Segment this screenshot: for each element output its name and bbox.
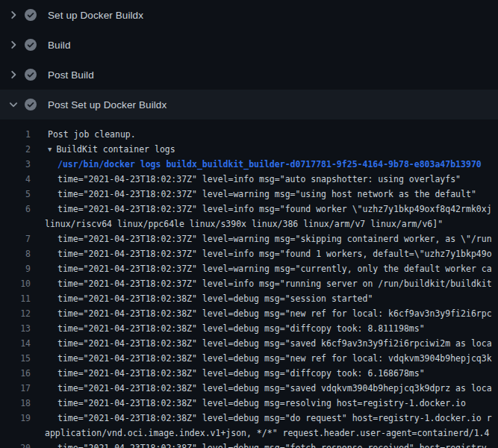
line-number[interactable]: 4	[0, 172, 31, 187]
check-circle-icon	[25, 69, 37, 81]
log-group-header[interactable]: 2▼BuildKit container logs	[0, 142, 498, 157]
line-number[interactable]: 7	[0, 231, 31, 246]
check-circle-icon	[25, 39, 37, 51]
log-row: 4time="2021-04-23T18:02:37Z" level=info …	[0, 172, 498, 187]
step-title: Post Build	[48, 69, 94, 81]
log-row: 3/usr/bin/docker logs buildx_buildkit_bu…	[0, 157, 498, 172]
log-text: time="2021-04-23T18:02:37Z" level=info m…	[57, 204, 492, 214]
line-number[interactable]: 9	[0, 261, 31, 276]
log-row: application/vnd.oci.image.index.v1+json,…	[0, 426, 498, 441]
log-text: time="2021-04-23T18:02:37Z" level=info m…	[57, 174, 461, 184]
log-text: time="2021-04-23T18:02:37Z" level=warnin…	[57, 189, 476, 199]
log-text: time="2021-04-23T18:02:38Z" level=debug …	[57, 413, 492, 423]
chevron-right-icon	[7, 69, 19, 81]
step-header-post-build[interactable]: Post Build	[0, 60, 498, 90]
log-text: time="2021-04-23T18:02:38Z" level=debug …	[57, 338, 492, 349]
log-row: 7time="2021-04-23T18:02:37Z" level=warni…	[0, 231, 498, 246]
log-text: time="2021-04-23T18:02:38Z" level=debug …	[57, 383, 492, 393]
log-text: time="2021-04-23T18:02:38Z" level=debug …	[57, 398, 466, 408]
line-number[interactable]: 1	[0, 127, 31, 142]
chevron-right-icon	[7, 9, 19, 21]
step-title: Post Set up Docker Buildx	[48, 99, 166, 111]
line-number[interactable]: 14	[0, 336, 31, 351]
line-number	[0, 426, 31, 441]
line-number[interactable]: 15	[0, 351, 31, 366]
log-text: time="2021-04-23T18:02:37Z" level=warnin…	[57, 234, 492, 244]
log-text: Post job cleanup.	[48, 129, 136, 140]
line-number[interactable]: 8	[0, 246, 31, 261]
chevron-right-icon	[7, 39, 19, 51]
line-number[interactable]: 11	[0, 291, 31, 306]
log-row: 17time="2021-04-23T18:02:38Z" level=debu…	[0, 381, 498, 396]
line-number[interactable]: 10	[0, 276, 31, 291]
step-header-build[interactable]: Build	[0, 30, 498, 60]
log-row: 1Post job cleanup.	[0, 127, 498, 142]
step-title: Set up Docker Buildx	[48, 10, 143, 21]
line-number[interactable]: 2	[0, 142, 31, 157]
log-text: application/vnd.oci.image.index.v1+json,…	[45, 428, 489, 438]
line-number[interactable]: 16	[0, 366, 31, 381]
chevron-down-icon	[7, 99, 19, 111]
log-text: time="2021-04-23T18:02:38Z" level=debug …	[57, 368, 425, 379]
log-row: 12time="2021-04-23T18:02:38Z" level=debu…	[0, 306, 498, 321]
log-row: 9time="2021-04-23T18:02:37Z" level=warni…	[0, 261, 498, 276]
log-row: 20time="2021-04-23T18:02:38Z" level=debu…	[0, 441, 498, 448]
log-row: linux/riscv64 linux/ppc64le linux/s390x …	[0, 217, 498, 231]
log-row: 8time="2021-04-23T18:02:37Z" level=info …	[0, 246, 498, 261]
line-number[interactable]: 12	[0, 306, 31, 321]
log-text: time="2021-04-23T18:02:38Z" level=debug …	[57, 323, 425, 334]
log-text: time="2021-04-23T18:02:37Z" level=info m…	[57, 279, 492, 289]
line-number[interactable]: 13	[0, 321, 31, 336]
line-number[interactable]: 20	[0, 441, 31, 448]
line-number[interactable]: 18	[0, 396, 31, 411]
log-row: 13time="2021-04-23T18:02:38Z" level=debu…	[0, 321, 498, 336]
log-text: time="2021-04-23T18:02:37Z" level=info m…	[57, 249, 492, 259]
log-text: time="2021-04-23T18:02:38Z" level=debug …	[57, 293, 373, 304]
log-text: time="2021-04-23T18:02:38Z" level=debug …	[57, 443, 492, 448]
group-collapse-triangle-icon[interactable]: ▼	[48, 146, 52, 153]
line-number[interactable]: 17	[0, 381, 31, 396]
step-header-set-up-docker-buildx[interactable]: Set up Docker Buildx	[0, 0, 498, 30]
log-row: 16time="2021-04-23T18:02:38Z" level=debu…	[0, 366, 498, 381]
log-row: 19time="2021-04-23T18:02:38Z" level=debu…	[0, 411, 498, 426]
line-number	[0, 217, 31, 231]
log-row: 6time="2021-04-23T18:02:37Z" level=info …	[0, 202, 498, 217]
log-text: BuildKit container logs	[56, 144, 175, 155]
line-number[interactable]: 19	[0, 411, 31, 426]
actions-log-viewer: Set up Docker Buildx Build Post Build Po…	[0, 0, 498, 448]
log-row: 14time="2021-04-23T18:02:38Z" level=debu…	[0, 336, 498, 351]
log-row: 15time="2021-04-23T18:02:38Z" level=debu…	[0, 351, 498, 366]
log-text: time="2021-04-23T18:02:37Z" level=warnin…	[57, 264, 492, 274]
log-row: 11time="2021-04-23T18:02:38Z" level=debu…	[0, 291, 498, 306]
log-row: 10time="2021-04-23T18:02:37Z" level=info…	[0, 276, 498, 291]
log-command-text: /usr/bin/docker logs buildx_buildkit_bui…	[57, 159, 482, 169]
log-output: 1Post job cleanup.2▼BuildKit container l…	[0, 119, 498, 448]
log-text: time="2021-04-23T18:02:38Z" level=debug …	[57, 353, 492, 364]
line-number[interactable]: 5	[0, 187, 31, 202]
line-number[interactable]: 6	[0, 202, 31, 217]
check-circle-icon	[25, 9, 37, 21]
step-title: Build	[48, 40, 71, 51]
line-number[interactable]: 3	[0, 157, 31, 172]
step-header-post-set-up-docker-buildx[interactable]: Post Set up Docker Buildx	[0, 90, 498, 119]
log-text: time="2021-04-23T18:02:38Z" level=debug …	[57, 308, 492, 319]
log-row: 5time="2021-04-23T18:02:37Z" level=warni…	[0, 187, 498, 202]
log-text: linux/riscv64 linux/ppc64le linux/s390x …	[45, 219, 443, 229]
log-row: 18time="2021-04-23T18:02:38Z" level=debu…	[0, 396, 498, 411]
check-circle-icon	[25, 99, 37, 111]
